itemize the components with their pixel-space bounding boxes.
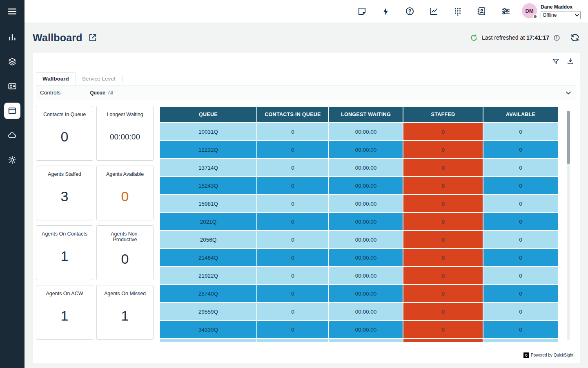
avatar[interactable]: DM bbox=[522, 3, 537, 18]
cell-contacts-in-queue: 0 bbox=[257, 339, 328, 342]
tab-wallboard[interactable]: Wallboard bbox=[36, 72, 76, 85]
table-row[interactable]: 2056Q 0 00:00:00 0 0 bbox=[160, 231, 558, 248]
table-row[interactable]: 15243Q 0 00:00:00 0 0 bbox=[160, 177, 558, 194]
cell-contacts-in-queue: 0 bbox=[257, 285, 328, 302]
cell-available: 0 bbox=[483, 303, 558, 320]
cell-available: 0 bbox=[483, 285, 558, 302]
cell-queue: 35128Q bbox=[160, 339, 256, 342]
cell-queue: 21922Q bbox=[160, 267, 256, 284]
cell-queue: 2021Q bbox=[160, 213, 256, 230]
sidebar-item-dashboards[interactable] bbox=[4, 103, 20, 119]
notes-button[interactable] bbox=[357, 7, 367, 16]
cell-contacts-in-queue: 0 bbox=[257, 231, 328, 248]
col-header-available: AVAILABLE bbox=[483, 107, 558, 122]
cell-queue: 25740Q bbox=[160, 285, 256, 302]
open-external-button[interactable] bbox=[88, 33, 97, 42]
topbar: DM Dane Maddox Offline bbox=[24, 0, 588, 22]
cell-longest-waiting: 00:00:00 bbox=[329, 339, 403, 342]
refresh-button[interactable] bbox=[570, 33, 580, 43]
powered-by-text: Powered by QuickSight bbox=[531, 353, 573, 357]
cloud-icon bbox=[8, 131, 17, 140]
table-row[interactable]: 13714Q 0 00:00:00 0 0 bbox=[160, 159, 558, 176]
cell-contacts-in-queue: 0 bbox=[257, 123, 328, 140]
controls-bar: Controls Queue All bbox=[36, 85, 577, 100]
kpi-value: 00:00:00 bbox=[110, 117, 140, 160]
cell-staffed: 0 bbox=[403, 285, 483, 302]
sidebar-nav bbox=[4, 29, 20, 168]
cell-longest-waiting: 00:00:00 bbox=[329, 177, 403, 194]
sidebar-item-routing[interactable] bbox=[4, 54, 20, 70]
table-row[interactable]: 21922Q 0 00:00:00 0 0 bbox=[160, 267, 558, 284]
directory-button[interactable] bbox=[477, 7, 486, 16]
cell-staffed: 0 bbox=[403, 195, 483, 212]
queue-table: QUEUE CONTACTS IN QUEUE LONGEST WAITING … bbox=[160, 107, 558, 342]
table-row[interactable]: 25740Q 0 00:00:00 0 0 bbox=[160, 285, 558, 302]
controls-collapse-button[interactable] bbox=[564, 89, 572, 97]
main-column: DM Dane Maddox Offline Wallboard bbox=[24, 0, 588, 368]
sidebar bbox=[0, 0, 24, 368]
cell-queue: 34339Q bbox=[160, 321, 256, 338]
kpi-agents-on-acw: Agents On ACW 1 bbox=[36, 285, 93, 340]
cell-staffed: 0 bbox=[403, 159, 483, 176]
menu-button[interactable] bbox=[4, 5, 20, 18]
kpi-agents-non-productive: Agents Non-Productive 0 bbox=[96, 225, 154, 280]
filter-button[interactable] bbox=[552, 58, 559, 65]
table-row[interactable]: 34339Q 0 00:00:00 0 0 bbox=[160, 321, 558, 338]
sidebar-item-metrics[interactable] bbox=[4, 29, 20, 45]
kpi-value: 1 bbox=[121, 296, 129, 339]
cell-staffed: 0 bbox=[403, 321, 483, 338]
dashboard-card: Wallboard Service Level Controls Queue A… bbox=[33, 53, 580, 364]
topbar-icons bbox=[357, 7, 510, 16]
kpi-longest-waiting: Longest Waiting 00:00:00 bbox=[96, 106, 154, 161]
cell-longest-waiting: 00:00:00 bbox=[329, 249, 403, 266]
scrollbar-thumb[interactable] bbox=[567, 111, 570, 164]
lightning-icon bbox=[381, 7, 390, 16]
quick-actions-button[interactable] bbox=[381, 7, 390, 16]
cell-longest-waiting: 00:00:00 bbox=[329, 231, 403, 248]
table-row[interactable]: 10031Q 0 00:00:00 0 0 bbox=[160, 123, 558, 140]
col-header-staffed: STAFFED bbox=[403, 107, 483, 122]
cell-contacts-in-queue: 0 bbox=[257, 195, 328, 212]
cell-staffed: 0 bbox=[403, 177, 483, 194]
kpi-contacts-in-queue: Contacts In Queue 0 bbox=[36, 106, 93, 161]
page-header: Wallboard Last refreshed at 17:41:17 bbox=[33, 22, 580, 53]
cell-available: 0 bbox=[483, 339, 558, 342]
table-row[interactable]: 29559Q 0 00:00:00 0 0 bbox=[160, 303, 558, 320]
filter-icon bbox=[552, 58, 559, 65]
preferences-button[interactable] bbox=[501, 7, 510, 16]
sync-icon bbox=[570, 33, 580, 43]
sidebar-item-users[interactable] bbox=[4, 78, 20, 94]
dialpad-icon bbox=[453, 7, 462, 16]
tab-separator bbox=[122, 76, 123, 82]
tab-service-level[interactable]: Service Level bbox=[76, 72, 122, 85]
auto-refresh-icon bbox=[470, 34, 478, 42]
cell-contacts-in-queue: 0 bbox=[257, 177, 328, 194]
sidebar-item-settings[interactable] bbox=[4, 152, 20, 168]
metrics-button[interactable] bbox=[429, 7, 439, 16]
queue-label: Queue bbox=[90, 90, 105, 96]
col-header-contacts: CONTACTS IN QUEUE bbox=[257, 107, 328, 122]
quicksight-attribution: Q Powered by QuickSight bbox=[523, 352, 573, 358]
address-book-icon bbox=[477, 7, 486, 16]
table-row[interactable]: 12232Q 0 00:00:00 0 0 bbox=[160, 141, 558, 158]
cell-contacts-in-queue: 0 bbox=[257, 249, 328, 266]
note-icon bbox=[357, 7, 367, 16]
help-button[interactable] bbox=[405, 7, 414, 16]
refresh-info-button[interactable] bbox=[553, 34, 560, 41]
user-meta: Dane Maddox Offline bbox=[541, 3, 581, 19]
status-select[interactable]: Offline bbox=[541, 11, 581, 19]
table-scrollbar bbox=[567, 111, 570, 340]
cell-queue: 29559Q bbox=[160, 303, 256, 320]
cell-contacts-in-queue: 0 bbox=[257, 213, 328, 230]
sidebar-item-cloud[interactable] bbox=[4, 127, 20, 144]
table-row[interactable]: 21464Q 0 00:00:00 0 0 bbox=[160, 249, 558, 266]
cell-contacts-in-queue: 0 bbox=[257, 267, 328, 284]
table-row[interactable]: 2021Q 0 00:00:00 0 0 bbox=[160, 213, 558, 230]
page-title: Wallboard bbox=[33, 32, 82, 44]
queue-filter[interactable]: Queue All bbox=[90, 90, 113, 96]
export-button[interactable] bbox=[567, 58, 574, 65]
table-row[interactable]: 35128Q 0 00:00:00 0 0 bbox=[160, 339, 558, 342]
table-row[interactable]: 15981Q 0 00:00:00 0 0 bbox=[160, 195, 558, 212]
app-window: DM Dane Maddox Offline Wallboard bbox=[0, 0, 588, 368]
dialpad-button[interactable] bbox=[453, 7, 462, 16]
